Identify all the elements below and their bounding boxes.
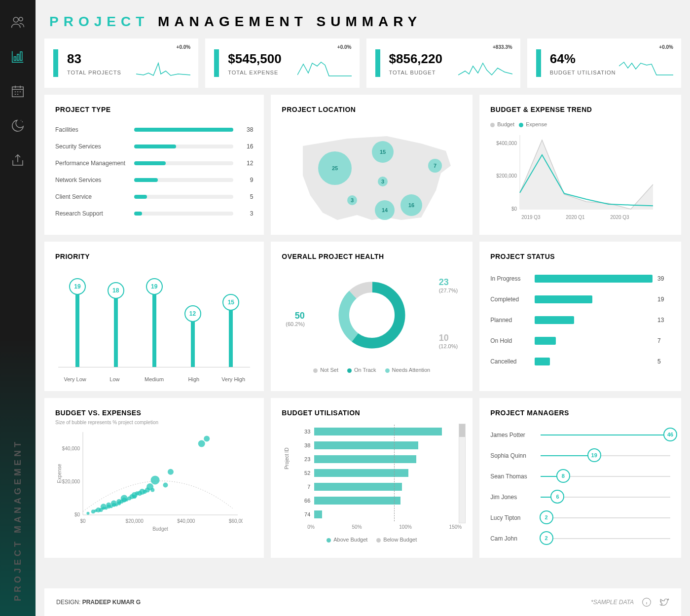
svg-text:$40,000: $40,000	[177, 518, 195, 524]
bu-row[interactable]: 23	[295, 452, 450, 466]
kpi-card[interactable]: 83 TOTAL PROJECTS +0.0%	[44, 38, 198, 88]
scatter-point[interactable]	[198, 440, 205, 447]
svg-text:$400,000: $400,000	[496, 141, 517, 146]
dashboard-icon[interactable]	[10, 49, 25, 64]
svg-rect-4	[20, 52, 22, 61]
card-project-type: PROJECT TYPE Facilities 38 Security Serv…	[44, 95, 264, 235]
card-health: OVERALL PROJECT HEALTH 50 (60.2%) 23 (27…	[271, 242, 472, 391]
project-type-row[interactable]: Performance Management 12	[55, 155, 253, 172]
svg-text:$60,000: $60,000	[229, 518, 243, 524]
scatter-chart[interactable]: $0$20,000$40,000$60,000$0$20,000$40,000B…	[55, 429, 243, 533]
priority-bar[interactable]: 18	[108, 282, 124, 367]
sparkline	[136, 58, 190, 80]
dark-mode-icon[interactable]	[10, 118, 25, 133]
scatter-point[interactable]	[151, 475, 160, 484]
card-budget-utilisation: BUDGET UTILISATION Project ID 33 38 23 5…	[271, 398, 472, 558]
scatter-point[interactable]	[86, 512, 89, 515]
priority-bar[interactable]: 12	[184, 305, 201, 367]
pm-row[interactable]: Sean Thomas 8	[490, 466, 670, 487]
bu-row[interactable]: 7	[295, 480, 450, 494]
svg-text:Expense: Expense	[57, 464, 62, 483]
priority-bar[interactable]: 19	[146, 278, 163, 367]
svg-text:$200,000: $200,000	[496, 173, 517, 179]
priority-bar[interactable]: 19	[69, 278, 86, 367]
project-type-row[interactable]: Facilities 38	[55, 121, 253, 138]
kpi-label: TOTAL EXPENSE	[228, 70, 281, 75]
kpi-delta: +0.0%	[337, 44, 352, 50]
share-icon[interactable]	[10, 153, 25, 168]
project-type-row[interactable]: Research Support 3	[55, 205, 253, 222]
bu-legend: Above Budget Below Budget	[282, 537, 462, 543]
card-status: PROJECT STATUS In Progress 39 Completed …	[479, 242, 681, 391]
page-title: PROJECT MANAGEMENT SUMMARY	[44, 0, 681, 38]
svg-text:14: 14	[382, 207, 388, 213]
bu-row[interactable]: 38	[295, 438, 450, 452]
kpi-label: TOTAL PROJECTS	[67, 70, 121, 75]
svg-text:2019 Q3: 2019 Q3	[521, 215, 541, 220]
project-type-row[interactable]: Security Services 16	[55, 138, 253, 155]
scatter-point[interactable]	[204, 435, 210, 441]
svg-text:3: 3	[381, 179, 384, 184]
card-project-location: PROJECT LOCATION 25 15 3 3 14 16 7	[271, 95, 472, 235]
status-row[interactable]: Planned 13	[490, 310, 670, 330]
svg-point-0	[13, 17, 18, 22]
status-row[interactable]: Completed 19	[490, 289, 670, 310]
kpi-value: $856,220	[389, 51, 442, 67]
sparkline	[297, 58, 352, 80]
health-legend: Not Set On Track Needs Attention	[282, 367, 462, 373]
svg-text:7: 7	[434, 163, 436, 169]
trend-chart[interactable]: $0$200,000$400,0002019 Q32020 Q12020 Q3	[490, 130, 658, 224]
pm-row[interactable]: Jim Jones 6	[490, 487, 670, 507]
kpi-row: 83 TOTAL PROJECTS +0.0% $545,500 TOTAL E…	[44, 38, 681, 88]
svg-text:16: 16	[408, 202, 414, 208]
status-row[interactable]: In Progress 39	[490, 268, 670, 289]
donut-chart[interactable]	[335, 278, 409, 352]
users-icon[interactable]	[10, 15, 25, 30]
us-map[interactable]: 25 15 3 3 14 16 7	[288, 121, 456, 225]
card-priority: PRIORITY 19 18 19 12 15 Very LowLowMediu…	[44, 242, 264, 391]
scatter-point[interactable]	[150, 488, 154, 492]
pm-row[interactable]: Lucy Tipton 2	[490, 507, 670, 528]
svg-text:$20,000: $20,000	[126, 518, 144, 524]
footer: DESIGN: PRADEEP KUMAR G *SAMPLE DATA	[44, 588, 681, 616]
svg-text:2020 Q3: 2020 Q3	[610, 215, 629, 220]
status-row[interactable]: On Hold 7	[490, 330, 670, 351]
svg-point-1	[19, 17, 23, 21]
sparkline	[458, 58, 512, 80]
svg-rect-2	[14, 57, 16, 61]
sidebar: PROJECT MANAGEMENT	[0, 0, 36, 616]
project-type-row[interactable]: Network Services 9	[55, 172, 253, 188]
project-type-row[interactable]: Client Service 5	[55, 188, 253, 205]
info-icon[interactable]	[642, 597, 652, 607]
pm-row[interactable]: James Potter 46	[490, 425, 670, 445]
svg-text:$40,000: $40,000	[62, 446, 80, 451]
calendar-icon[interactable]	[10, 84, 25, 99]
main-content: PROJECT MANAGEMENT SUMMARY 83 TOTAL PROJ…	[36, 0, 690, 616]
kpi-delta: +0.0%	[177, 44, 191, 50]
kpi-value: 64%	[550, 51, 616, 67]
svg-text:Budget: Budget	[152, 526, 168, 532]
status-row[interactable]: Cancelled 5	[490, 351, 670, 372]
kpi-delta: +0.0%	[659, 44, 673, 50]
svg-text:$20,000: $20,000	[62, 479, 80, 484]
bu-row[interactable]: 52	[295, 466, 450, 480]
svg-rect-3	[17, 54, 19, 61]
scatter-point[interactable]	[168, 469, 174, 475]
bu-row[interactable]: 74	[295, 507, 450, 521]
kpi-value: $545,500	[228, 51, 281, 67]
svg-text:25: 25	[332, 165, 338, 171]
twitter-icon[interactable]	[659, 597, 669, 607]
card-project-managers: PROJECT MANAGERS James Potter 46 Sophia …	[479, 398, 681, 558]
pm-row[interactable]: Sophia Quinn 19	[490, 445, 670, 466]
kpi-card[interactable]: $856,220 TOTAL BUDGET +833.3%	[366, 38, 520, 88]
sidebar-title: PROJECT MANAGEMENT	[13, 439, 23, 601]
pm-row[interactable]: Cam John 2	[490, 528, 670, 549]
scatter-point[interactable]	[163, 483, 168, 488]
bu-row[interactable]: 66	[295, 494, 450, 507]
kpi-delta: +833.3%	[493, 44, 512, 50]
kpi-card[interactable]: $545,500 TOTAL EXPENSE +0.0%	[205, 38, 359, 88]
priority-bar[interactable]: 15	[222, 294, 239, 367]
kpi-card[interactable]: 64% BUDGET UTILISATION +0.0%	[527, 38, 681, 88]
scrollbar[interactable]	[459, 424, 466, 523]
bu-row[interactable]: 33	[295, 425, 450, 438]
